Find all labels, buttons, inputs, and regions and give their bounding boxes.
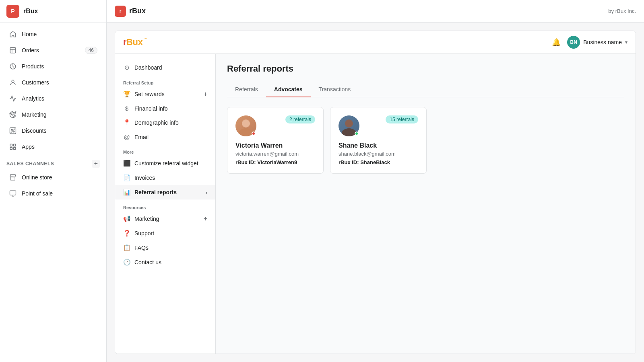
sidebar-discounts-label: Discounts xyxy=(22,128,46,134)
sidebar-app-name: rBux xyxy=(23,8,38,15)
svg-point-14 xyxy=(242,119,250,128)
faqs-label: FAQs xyxy=(134,245,149,251)
app-nav-email[interactable]: @ Email xyxy=(115,130,215,144)
report-tabs: Referrals Advocates Transactions xyxy=(227,82,624,97)
shane-status-dot xyxy=(355,132,359,136)
bell-icon[interactable]: 🔔 xyxy=(552,38,561,47)
business-name-label: Business name xyxy=(583,39,622,45)
victoria-id: rBux ID: VictoriaWarren9 xyxy=(235,159,315,165)
more-section: More xyxy=(115,144,215,156)
sidebar-item-orders[interactable]: Orders 46 xyxy=(2,42,104,58)
topbar-right: by rBux Inc. xyxy=(608,8,636,14)
app-nav-dashboard[interactable]: ⊙ Dashboard xyxy=(115,60,215,75)
app-nav-support[interactable]: ❓ Support xyxy=(115,226,215,241)
app-nav-contact-us[interactable]: 🕐 Contact us xyxy=(115,255,215,269)
support-icon: ❓ xyxy=(123,230,130,237)
sidebar-nav: Home Orders 46 Products Customers Anal xyxy=(0,23,106,362)
tab-transactions[interactable]: Transactions xyxy=(311,82,359,97)
report-title: Referral reports xyxy=(227,64,624,74)
topbar: r rBux by rBux Inc. xyxy=(107,0,644,23)
marketing-plus-icon: + xyxy=(204,215,207,222)
email-icon: @ xyxy=(123,134,130,140)
analytics-icon xyxy=(9,95,17,103)
svg-rect-10 xyxy=(14,144,16,146)
shane-avatar-wrap xyxy=(339,115,359,136)
app-shell: rBux™ 🔔 BN Business name ▾ xyxy=(115,31,636,354)
svg-rect-0 xyxy=(10,47,16,53)
dashboard-icon: ⊙ xyxy=(123,64,130,71)
set-rewards-label: Set rewards xyxy=(134,91,165,97)
victoria-referral-badge: 2 referrals xyxy=(285,115,315,123)
referral-reports-icon: 📊 xyxy=(123,189,130,196)
topbar-logo-icon: r xyxy=(115,6,126,17)
customize-widget-label: Customize referral widget xyxy=(134,160,198,167)
app-nav-invoices[interactable]: 📄 Invoices xyxy=(115,171,215,185)
sidebar-item-products[interactable]: Products xyxy=(2,58,104,74)
victoria-email: victoria.warren@gmail.com xyxy=(235,151,315,157)
sidebar-online-store-label: Online store xyxy=(22,174,52,181)
business-name-button[interactable]: BN Business name ▾ xyxy=(567,36,627,49)
demographic-icon: 📍 xyxy=(123,119,130,126)
sidebar-orders-label: Orders xyxy=(22,47,39,53)
svg-point-6 xyxy=(13,131,14,132)
shane-email: shane.black@gmail.com xyxy=(339,151,418,157)
content-area: rBux™ 🔔 BN Business name ▾ xyxy=(107,23,644,362)
main-sidebar: P rBux Home Orders 46 Products C xyxy=(0,0,107,362)
topbar-title: rBux xyxy=(129,7,146,15)
app-nav-marketing[interactable]: 📢 Marketing + xyxy=(115,212,215,226)
app-nav-financial-info[interactable]: $ Financial info xyxy=(115,101,215,115)
referral-reports-label: Referral reports xyxy=(134,189,177,195)
sidebar-item-discounts[interactable]: Discounts xyxy=(2,123,104,139)
shane-name: Shane Black xyxy=(339,142,418,149)
apps-icon xyxy=(9,143,17,151)
contact-icon: 🕐 xyxy=(123,259,130,266)
app-nav-customize-widget[interactable]: ⬛ Customize referral widget xyxy=(115,156,215,171)
sidebar-item-analytics[interactable]: Analytics xyxy=(2,90,104,107)
invoices-label: Invoices xyxy=(134,175,155,181)
shane-id: rBux ID: ShaneBlack xyxy=(339,159,418,165)
app-nav-faqs[interactable]: 📋 FAQs xyxy=(115,241,215,255)
app-header-right: 🔔 BN Business name ▾ xyxy=(552,36,627,49)
advocate-card-shane: 15 referrals Shane Black shane.black@gma… xyxy=(330,107,427,174)
add-sales-channel-button[interactable]: ＋ xyxy=(92,160,100,168)
referral-setup-section: Referral Setup xyxy=(115,75,215,87)
rbux-logo-text: rBux™ xyxy=(123,37,147,47)
sidebar-item-customers[interactable]: Customers xyxy=(2,74,104,90)
sidebar-home-label: Home xyxy=(22,31,37,37)
svg-rect-13 xyxy=(10,191,16,195)
app-nav-set-rewards[interactable]: 🏆 Set rewards + xyxy=(115,87,215,101)
svg-rect-12 xyxy=(14,148,16,150)
rbux-logo: rBux™ xyxy=(123,37,147,47)
products-icon xyxy=(9,62,17,70)
support-label: Support xyxy=(134,230,154,237)
invoices-icon: 📄 xyxy=(123,174,130,181)
sidebar-item-point-of-sale[interactable]: Point of sale xyxy=(2,185,104,202)
customers-icon xyxy=(9,78,17,86)
tab-advocates[interactable]: Advocates xyxy=(266,82,311,97)
app-header: rBux™ 🔔 BN Business name ▾ xyxy=(115,31,636,54)
sidebar-apps-label: Apps xyxy=(22,144,35,150)
chevron-down-icon: ▾ xyxy=(625,39,627,45)
svg-point-5 xyxy=(11,129,12,130)
sidebar-customers-label: Customers xyxy=(22,79,49,86)
financial-info-label: Financial info xyxy=(134,105,168,112)
marketing-icon xyxy=(9,111,17,119)
store-icon xyxy=(9,173,17,181)
app-nav-demographic-info[interactable]: 📍 Demographic info xyxy=(115,115,215,130)
sidebar-item-online-store[interactable]: Online store xyxy=(2,169,104,185)
orders-badge: 46 xyxy=(85,47,97,54)
sidebar-item-apps[interactable]: Apps xyxy=(2,139,104,155)
widget-icon: ⬛ xyxy=(123,160,130,167)
app-sidebar: ⊙ Dashboard Referral Setup 🏆 Set rewards… xyxy=(115,54,216,354)
app-nav-referral-reports[interactable]: 📊 Referral reports › xyxy=(115,185,215,200)
victoria-avatar-wrap xyxy=(235,115,256,136)
advocate-card-victoria: 2 referrals Victoria Warren victoria.war… xyxy=(227,107,324,174)
referral-reports-expand-icon: › xyxy=(206,189,207,195)
tab-referrals[interactable]: Referrals xyxy=(227,82,266,97)
sidebar-item-home[interactable]: Home xyxy=(2,26,104,42)
main-content: r rBux by rBux Inc. rBux™ 🔔 B xyxy=(107,0,644,362)
contact-label: Contact us xyxy=(134,259,161,265)
marketing-res-icon: 📢 xyxy=(123,215,130,222)
pos-icon xyxy=(9,189,17,197)
sidebar-item-marketing[interactable]: Marketing xyxy=(2,107,104,123)
